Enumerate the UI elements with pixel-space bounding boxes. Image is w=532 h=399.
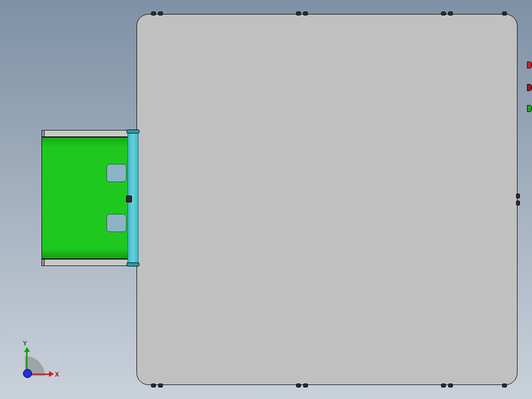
fastener-lug [296,12,301,16]
fastener-lug [441,384,446,388]
rail-endcap [42,259,44,266]
x-axis-arrow [49,371,54,377]
y-axis-label: Y [23,340,27,347]
rail-endcap [42,130,44,137]
clamp-block [106,164,126,182]
y-axis-arrow [24,347,30,352]
conveyor-assembly[interactable] [42,130,132,266]
roller-center-lug [126,196,132,202]
fastener-lug [158,384,163,388]
conveyor-belt [42,137,130,259]
fastener-lug [502,12,507,16]
fastener-lug [448,12,453,16]
cad-viewport[interactable]: X Y [0,0,532,399]
axis-triad[interactable]: X Y [22,344,57,379]
fastener-lug [303,12,308,16]
fastener-lug [502,384,507,388]
z-axis-dot [23,369,32,378]
conveyor-roller [128,131,138,265]
fastener-lug [296,384,301,388]
fastener-lug [448,384,453,388]
button-green[interactable] [527,105,532,112]
fastener-lug [516,194,520,198]
enclosure-top-plate[interactable] [136,14,518,385]
button-dark-red[interactable] [527,84,532,91]
clamp-block [106,214,126,232]
fastener-lug [151,12,156,16]
fastener-lug [303,384,308,388]
x-axis-label: X [55,371,59,378]
conveyor-rail-top [42,130,130,137]
conveyor-rail-bottom [42,259,130,266]
button-red[interactable] [527,62,532,68]
fastener-lug [441,12,446,16]
fastener-lug [516,200,520,206]
fastener-lug [158,12,163,16]
fastener-lug [151,384,156,388]
